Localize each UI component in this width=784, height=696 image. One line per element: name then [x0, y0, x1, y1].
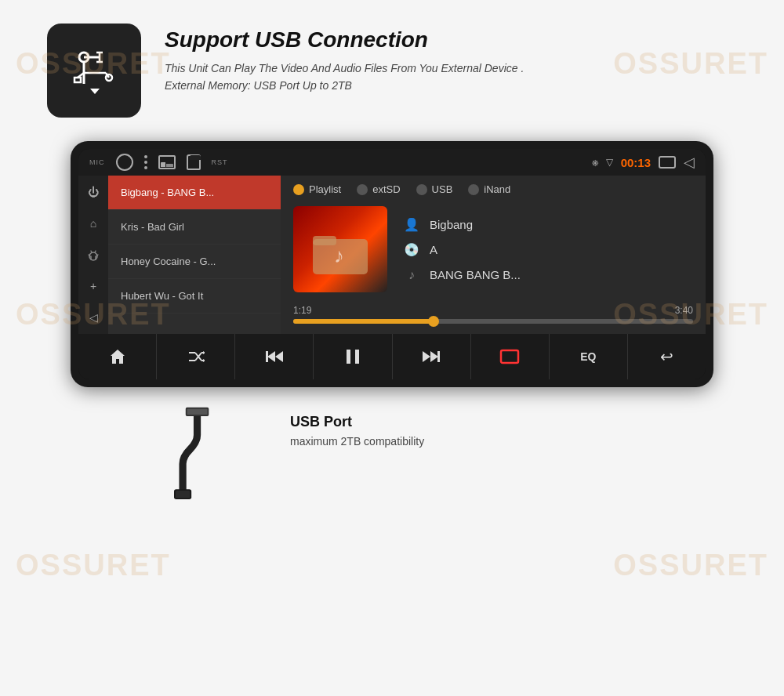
progress-times: 1:19 3:40 [293, 305, 693, 316]
track-album: A [430, 243, 437, 256]
image-icon[interactable] [158, 155, 176, 169]
svg-rect-20 [313, 236, 336, 245]
repeat-icon [499, 349, 520, 364]
svg-rect-41 [187, 409, 208, 415]
artist-icon: 👤 [403, 217, 420, 232]
svg-rect-33 [266, 351, 268, 362]
playlist-item-1[interactable]: Kris - Bad Girl [108, 210, 281, 245]
album-icon: 💿 [403, 242, 420, 257]
side-nav: ⏻ ⌂ + ◁ [78, 176, 108, 334]
svg-rect-43 [176, 491, 190, 498]
usb-symbol-icon [67, 43, 122, 98]
watermark-bot-right: OSSURET [613, 549, 768, 582]
memory-info: External Memory: USB Port Up to 2TB [165, 79, 524, 92]
svg-marker-11 [90, 89, 100, 94]
progress-fill [293, 319, 434, 324]
progress-area: 1:19 3:40 [293, 305, 693, 324]
folder-art-icon: ♪ [309, 222, 372, 277]
svg-rect-35 [355, 350, 359, 364]
current-time: 1:19 [293, 305, 311, 316]
track-album-row: 💿 A [403, 242, 693, 257]
svg-marker-37 [430, 351, 438, 362]
menu-dots-icon[interactable] [144, 155, 147, 169]
player-content: Playlist extSD USB iNand [281, 176, 706, 334]
home-ctrl-icon [109, 348, 126, 365]
car-unit-outer: MIC [71, 141, 713, 387]
top-section: Support USB Connection This Unit Can Pla… [0, 0, 784, 133]
svg-rect-34 [347, 350, 350, 364]
mic-label: MIC [89, 158, 105, 166]
prev-button[interactable] [235, 334, 314, 379]
source-tabs: Playlist extSD USB iNand [293, 183, 693, 195]
repeat-button[interactable] [471, 334, 550, 379]
playlist-panel: Bigbang - BANG B... Kris - Bad Girl Hone… [108, 176, 281, 334]
back-button[interactable]: ↩ [628, 334, 706, 379]
progress-bar[interactable] [293, 319, 693, 324]
back-triangle-icon[interactable]: ◁ [684, 154, 695, 171]
svg-rect-1 [74, 78, 81, 82]
status-right: ⎈ ▽ 00:13 ◁ [592, 154, 695, 171]
svg-line-17 [91, 251, 92, 252]
svg-marker-29 [203, 351, 205, 354]
main-content: ⏻ ⌂ + ◁ [78, 176, 706, 334]
tab-usb[interactable]: USB [416, 183, 453, 195]
svg-marker-30 [203, 359, 205, 362]
track-artist: Bigbang [430, 218, 473, 231]
bluetooth-icon: ⎈ [592, 156, 598, 169]
wifi-icon: ▽ [606, 157, 613, 168]
tab-dot-playlist [293, 184, 304, 195]
shuffle-icon [187, 350, 205, 364]
tab-dot-extsd [357, 184, 368, 195]
playlist-item-0[interactable]: Bigbang - BANG B... [108, 176, 281, 210]
track-song-row: ♪ BANG BANG B... [403, 268, 693, 282]
next-button[interactable] [393, 334, 471, 379]
usb-port-title: USB Port [290, 414, 424, 430]
svg-rect-39 [501, 350, 518, 363]
side-power-icon[interactable]: ⏻ [85, 183, 102, 201]
home-circle-icon[interactable] [116, 154, 133, 171]
tab-dot-inand [468, 184, 479, 195]
next-icon [423, 350, 440, 364]
prev-icon [266, 350, 283, 364]
window-icon[interactable] [659, 156, 676, 169]
svg-line-18 [95, 251, 96, 252]
svg-marker-36 [423, 351, 430, 362]
tab-extsd[interactable]: extSD [357, 183, 400, 195]
usb-description: This Unit Can Play The Video And Audio F… [165, 62, 524, 74]
home-button[interactable] [78, 334, 157, 379]
album-area: ♪ 👤 Bigbang 💿 A [293, 206, 693, 292]
track-info: 👤 Bigbang 💿 A ♪ BANG BANG B... [403, 206, 693, 292]
page-title: Support USB Connection [165, 27, 524, 53]
svg-marker-31 [267, 351, 275, 362]
pause-icon [346, 349, 360, 364]
playlist-item-3[interactable]: Hubert Wu - Got It [108, 279, 281, 314]
bottom-section: USB Port maximum 2TB compatibility [0, 387, 784, 516]
svg-marker-22 [111, 350, 125, 364]
top-text-block: Support USB Connection This Unit Can Pla… [165, 24, 524, 92]
music-icon: ♪ [403, 268, 420, 282]
svg-rect-38 [437, 351, 440, 362]
progress-thumb[interactable] [428, 316, 439, 327]
playlist-item-2[interactable]: Honey Cocaine - G... [108, 245, 281, 279]
usb-cable-image [157, 406, 267, 500]
total-time: 3:40 [675, 305, 693, 316]
shuffle-button[interactable] [157, 334, 235, 379]
eq-button[interactable]: EQ [550, 334, 628, 379]
status-bar: MIC [78, 149, 706, 176]
side-android-icon[interactable] [85, 246, 102, 263]
svg-text:♪: ♪ [334, 244, 344, 267]
tab-dot-usb [416, 184, 427, 195]
tab-inand[interactable]: iNand [468, 183, 510, 195]
car-unit-wrapper: MIC [0, 141, 784, 387]
tab-playlist[interactable]: Playlist [293, 183, 341, 195]
play-pause-button[interactable] [314, 334, 392, 379]
controls-bar: EQ ↩ [78, 334, 706, 379]
side-vol-up-icon[interactable]: + [85, 277, 102, 295]
usb-icon-box [47, 24, 141, 118]
svg-marker-32 [275, 351, 283, 362]
side-vol-down-icon[interactable]: ◁ [85, 309, 102, 326]
side-home-icon[interactable]: ⌂ [85, 215, 102, 232]
sd-card-icon [187, 154, 201, 170]
usb-port-desc: maximum 2TB compatibility [290, 435, 424, 448]
usb-port-info: USB Port maximum 2TB compatibility [290, 406, 424, 448]
